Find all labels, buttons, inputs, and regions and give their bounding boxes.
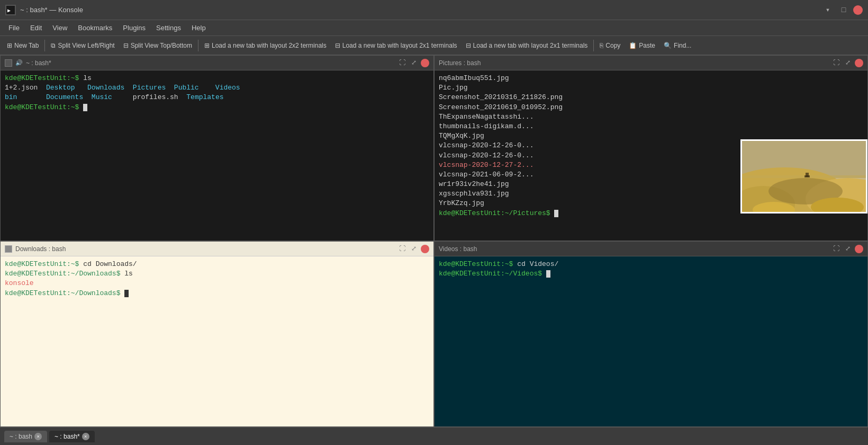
image-thumbnail bbox=[740, 139, 867, 213]
terminal-bottomleft-controls: ⛶ ⤢ bbox=[397, 244, 429, 254]
speaker-icon: 🔊 bbox=[15, 59, 23, 66]
terminal-line-2: 1+2.json Desktop Downloads Pictures Publ… bbox=[5, 83, 429, 93]
tab-1[interactable]: ~ : bash × bbox=[4, 431, 47, 442]
tab-2-label: ~ : bash* bbox=[55, 433, 80, 440]
terminal-bottomright-header-left: Videos : bash bbox=[439, 245, 477, 253]
maximize-pane-button-tr[interactable]: ⤢ bbox=[843, 58, 853, 68]
maximize-pane-button-br[interactable]: ⤢ bbox=[843, 244, 853, 254]
terminal-bottomleft-icon bbox=[5, 245, 12, 253]
find-button[interactable]: 🔍 Find... bbox=[660, 40, 695, 51]
load-2x2-icon: ⊞ bbox=[204, 42, 210, 49]
separator-2 bbox=[198, 40, 198, 51]
terminal-topleft-controls: ⛶ ⤢ bbox=[397, 58, 429, 68]
split-tb-button[interactable]: ⊟ Split View Top/Bottom bbox=[120, 40, 196, 51]
terminal-topleft-header-left: 🔊 ~ : bash* bbox=[5, 59, 51, 67]
maximize-pane-button-tl[interactable]: ⤢ bbox=[409, 58, 419, 68]
title-bar-left: ▶ ~ : bash* — Konsole bbox=[5, 5, 83, 15]
bl-line-2: kde@KDETestUnit:~/Downloads$ ls bbox=[5, 269, 429, 279]
tab-2[interactable]: ~ : bash* × bbox=[49, 431, 95, 442]
tr-line-3: Screenshot_20210316_211826.png bbox=[439, 93, 863, 102]
br-line-1: kde@KDETestUnit:~$ cd Videos/ bbox=[439, 260, 863, 269]
close-pane-button-tl[interactable] bbox=[421, 59, 429, 67]
menu-bookmarks[interactable]: Bookmarks bbox=[74, 23, 116, 33]
terminal-topleft-title: ~ : bash* bbox=[26, 59, 51, 67]
load-2x1a-button[interactable]: ⊟ Load a new tab with layout 2x1 termina… bbox=[331, 40, 461, 51]
close-button[interactable] bbox=[853, 5, 863, 15]
tab-2-close[interactable]: × bbox=[82, 433, 89, 440]
terminal-bottomleft-body[interactable]: kde@KDETestUnit:~$ cd Downloads/ kde@KDE… bbox=[1, 256, 433, 426]
svg-text:▶: ▶ bbox=[7, 8, 11, 14]
tr-line-1: nq6abmIbuq551.jpg bbox=[439, 74, 863, 83]
toggle-fullscreen-button-tr[interactable]: ⛶ bbox=[831, 58, 841, 68]
load-2x1b-button[interactable]: ⊟ Load a new tab with layout 2x1 termina… bbox=[462, 40, 592, 51]
tr-line-6: thumbnails-digikam.d... bbox=[439, 122, 863, 131]
terminal-topleft-icon bbox=[5, 59, 12, 67]
tr-line-5: ThExpanseNagattasshi... bbox=[439, 112, 863, 122]
bl-line-1: kde@KDETestUnit:~$ cd Downloads/ bbox=[5, 260, 429, 269]
copy-button[interactable]: ⎘ Copy bbox=[596, 40, 624, 51]
load-2x1a-icon: ⊟ bbox=[335, 42, 340, 49]
menu-help[interactable]: Help bbox=[187, 23, 210, 33]
terminal-topright-controls: ⛶ ⤢ bbox=[831, 58, 863, 68]
terminal-bottomleft: Downloads : bash ⛶ ⤢ kde@KDETestUnit:~$ … bbox=[0, 241, 434, 427]
terminal-topleft-body[interactable]: kde@KDETestUnit:~$ ls 1+2.json Desktop D… bbox=[1, 70, 433, 241]
menu-plugins[interactable]: Plugins bbox=[119, 23, 150, 33]
terminal-topleft-header: 🔊 ~ : bash* ⛶ ⤢ bbox=[1, 56, 433, 70]
separator-1 bbox=[44, 40, 45, 51]
find-icon: 🔍 bbox=[664, 42, 672, 49]
load-2x1b-icon: ⊟ bbox=[466, 42, 471, 49]
tab-1-close[interactable]: × bbox=[34, 433, 42, 440]
terminal-bottomright-body[interactable]: kde@KDETestUnit:~$ cd Videos/ kde@KDETes… bbox=[435, 256, 867, 426]
toggle-fullscreen-button-tl[interactable]: ⛶ bbox=[397, 58, 407, 68]
tab-1-label: ~ : bash bbox=[10, 433, 32, 440]
maximize-button[interactable]: □ bbox=[837, 4, 850, 16]
terminal-bottomright-header: Videos : bash ⛶ ⤢ bbox=[435, 242, 867, 256]
br-line-2: kde@KDETestUnit:~/Videos$ bbox=[439, 269, 863, 279]
maximize-pane-button-bl[interactable]: ⤢ bbox=[409, 244, 419, 254]
tr-line-4: Screenshot_20210619_010952.png bbox=[439, 103, 863, 112]
load-2x2-button[interactable]: ⊞ Load a new tab with layout 2x2 termina… bbox=[201, 40, 330, 51]
terminal-line-4: kde@KDETestUnit:~$ bbox=[5, 103, 429, 112]
copy-icon: ⎘ bbox=[600, 42, 603, 49]
terminal-line-1: kde@KDETestUnit:~$ ls bbox=[5, 74, 429, 83]
menu-file[interactable]: File bbox=[4, 23, 24, 33]
minimize-button[interactable]: ▾ bbox=[821, 4, 834, 16]
terminal-bottomright-controls: ⛶ ⤢ bbox=[831, 244, 863, 254]
app-icon: ▶ bbox=[5, 5, 16, 15]
close-pane-button-tr[interactable] bbox=[855, 59, 863, 67]
tab-bar: ~ : bash × ~ : bash* × bbox=[0, 427, 868, 445]
split-lr-icon: ⧉ bbox=[51, 42, 56, 49]
terminal-bottomleft-header-left: Downloads : bash bbox=[5, 245, 66, 253]
terminal-topleft: 🔊 ~ : bash* ⛶ ⤢ kde@KDETestUnit:~$ ls 1+… bbox=[0, 55, 434, 241]
svg-rect-9 bbox=[804, 175, 810, 177]
terminal-topright: Pictures : bash ⛶ ⤢ nq6abmIbuq551.jpg Pi… bbox=[434, 55, 868, 241]
close-pane-button-br[interactable] bbox=[855, 245, 863, 253]
bl-line-4: kde@KDETestUnit:~/Downloads$ bbox=[5, 289, 429, 298]
tr-line-2: Pic.jpg bbox=[439, 83, 863, 93]
toggle-fullscreen-button-bl[interactable]: ⛶ bbox=[397, 244, 407, 254]
terminal-topright-header: Pictures : bash ⛶ ⤢ bbox=[435, 56, 867, 70]
split-lr-button[interactable]: ⧉ Split View Left/Right bbox=[47, 40, 118, 51]
split-tb-icon: ⊟ bbox=[123, 42, 129, 49]
terminal-bottomleft-header: Downloads : bash ⛶ ⤢ bbox=[1, 242, 433, 256]
close-pane-button-bl[interactable] bbox=[421, 245, 429, 253]
terminal-topright-header-left: Pictures : bash bbox=[439, 59, 481, 67]
toggle-fullscreen-button-br[interactable]: ⛶ bbox=[831, 244, 841, 254]
terminal-bottomright: Videos : bash ⛶ ⤢ kde@KDETestUnit:~$ cd … bbox=[434, 241, 868, 427]
title-bar: ▶ ~ : bash* — Konsole ▾ □ bbox=[0, 0, 868, 20]
menu-view[interactable]: View bbox=[48, 23, 71, 33]
menu-bar: File Edit View Bookmarks Plugins Setting… bbox=[0, 20, 868, 36]
paste-button[interactable]: 📋 Paste bbox=[625, 40, 659, 51]
title-bar-controls: ▾ □ bbox=[821, 4, 863, 16]
separator-3 bbox=[593, 40, 594, 51]
menu-settings[interactable]: Settings bbox=[152, 23, 185, 33]
terminal-bottomright-title: Videos : bash bbox=[439, 245, 477, 253]
terminal-topright-body[interactable]: nq6abmIbuq551.jpg Pic.jpg Screenshot_202… bbox=[435, 70, 867, 241]
new-tab-button[interactable]: ⊞ New Tab bbox=[3, 40, 42, 51]
paste-icon: 📋 bbox=[629, 42, 637, 49]
window-title: ~ : bash* — Konsole bbox=[20, 6, 83, 14]
bl-line-3: konsole bbox=[5, 279, 429, 288]
terminal-topright-title: Pictures : bash bbox=[439, 59, 481, 67]
menu-edit[interactable]: Edit bbox=[26, 23, 46, 33]
new-tab-icon: ⊞ bbox=[7, 42, 12, 49]
